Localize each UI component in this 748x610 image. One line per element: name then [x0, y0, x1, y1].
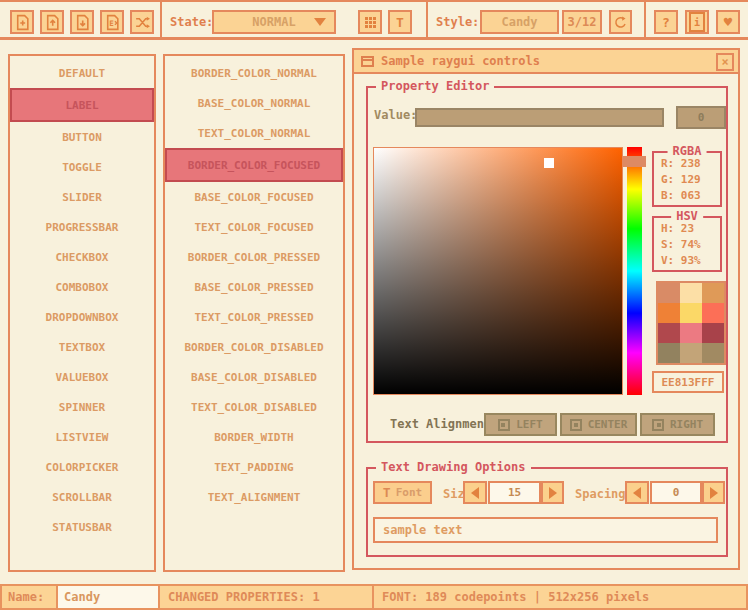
- palette-swatch[interactable]: [680, 283, 702, 303]
- list-item[interactable]: SPINNER: [10, 392, 154, 422]
- align-center-toggle[interactable]: CENTER: [560, 413, 637, 436]
- palette-swatch[interactable]: [658, 323, 680, 343]
- spacing-increment-button[interactable]: [702, 481, 725, 504]
- value-box-text: 0: [698, 111, 705, 124]
- palette-swatch[interactable]: [680, 343, 702, 363]
- list-item[interactable]: TEXTBOX: [10, 332, 154, 362]
- list-item[interactable]: SCROLLBAR: [10, 482, 154, 512]
- spacing-decrement-button[interactable]: [625, 481, 649, 504]
- align-right-label: RIGHT: [670, 418, 703, 431]
- value-box[interactable]: 0: [676, 106, 726, 129]
- reload-icon: [613, 15, 628, 30]
- list-item[interactable]: TEXT_COLOR_DISABLED: [165, 392, 343, 422]
- color-picker-panel[interactable]: [373, 147, 623, 395]
- list-item[interactable]: BORDER_WIDTH: [165, 422, 343, 452]
- palette-swatch[interactable]: [702, 303, 724, 323]
- list-item[interactable]: BASE_COLOR_PRESSED: [165, 272, 343, 302]
- align-right-toggle[interactable]: RIGHT: [640, 413, 715, 436]
- list-item[interactable]: SLIDER: [10, 182, 154, 212]
- random-style-button[interactable]: [130, 10, 154, 34]
- palette-swatch[interactable]: [702, 323, 724, 343]
- list-item[interactable]: COMBOBOX: [10, 272, 154, 302]
- rgba-r-value: R: 238: [654, 156, 720, 172]
- size-value-box[interactable]: 15: [488, 481, 541, 504]
- table-view-button[interactable]: [358, 10, 382, 34]
- window-close-button[interactable]: ×: [716, 53, 734, 71]
- hue-bar-knob[interactable]: [623, 156, 646, 167]
- state-label: State:: [170, 15, 213, 29]
- list-item[interactable]: BASE_COLOR_NORMAL: [165, 88, 343, 118]
- style-name-input[interactable]: Candy: [56, 584, 160, 610]
- list-item[interactable]: TEXT_COLOR_NORMAL: [165, 118, 343, 148]
- list-item[interactable]: BASE_COLOR_FOCUSED: [165, 182, 343, 212]
- list-item[interactable]: LISTVIEW: [10, 422, 154, 452]
- palette-swatch[interactable]: [658, 343, 680, 363]
- align-left-icon: [498, 419, 510, 431]
- list-item[interactable]: BORDER_COLOR_NORMAL: [165, 58, 343, 88]
- list-item[interactable]: LABEL: [10, 88, 154, 122]
- list-item[interactable]: COLORPICKER: [10, 452, 154, 482]
- list-item[interactable]: DEFAULT: [10, 58, 154, 88]
- style-name-value: Candy: [501, 15, 537, 29]
- new-style-button[interactable]: [10, 10, 34, 34]
- palette-swatch[interactable]: [680, 303, 702, 323]
- shuffle-icon: [134, 14, 151, 31]
- sponsor-button[interactable]: ♥: [716, 10, 740, 34]
- list-item[interactable]: DROPDOWNBOX: [10, 302, 154, 332]
- sample-text-box[interactable]: sample text: [373, 517, 718, 543]
- sample-controls-window: Sample raygui controls × Property Editor…: [352, 48, 740, 570]
- color-palette: [656, 281, 726, 365]
- list-item[interactable]: TEXT_PADDING: [165, 452, 343, 482]
- list-item[interactable]: TEXT_ALIGNMENT: [165, 482, 343, 512]
- sample-text: sample text: [383, 523, 462, 537]
- export-style-button[interactable]: E: [100, 10, 124, 34]
- list-item[interactable]: STATUSBAR: [10, 512, 154, 542]
- load-style-button[interactable]: [40, 10, 64, 34]
- statusbar-font-section: FONT: 189 codepoints | 512x256 pixels: [372, 584, 748, 610]
- save-style-button[interactable]: [70, 10, 94, 34]
- align-left-toggle[interactable]: LEFT: [484, 413, 557, 436]
- list-item[interactable]: BORDER_COLOR_PRESSED: [165, 242, 343, 272]
- window-titlebar[interactable]: Sample raygui controls: [354, 50, 738, 74]
- list-item[interactable]: PROGRESSBAR: [10, 212, 154, 242]
- hsv-group: HSV H: 23 S: 74% V: 93%: [652, 216, 722, 272]
- list-item[interactable]: TEXT_COLOR_PRESSED: [165, 302, 343, 332]
- file-export-icon: E: [104, 14, 121, 31]
- list-item[interactable]: TEXT_COLOR_FOCUSED: [165, 212, 343, 242]
- value-slider[interactable]: [415, 108, 664, 127]
- size-decrement-button[interactable]: [463, 481, 487, 504]
- style-name-button[interactable]: Candy: [480, 10, 559, 34]
- help-button[interactable]: ?: [654, 10, 678, 34]
- name-label: Name:: [8, 590, 44, 604]
- spacing-value-box[interactable]: 0: [650, 481, 702, 504]
- palette-swatch[interactable]: [658, 283, 680, 303]
- palette-swatch[interactable]: [702, 283, 724, 303]
- hue-bar[interactable]: [627, 147, 642, 395]
- size-increment-button[interactable]: [541, 481, 564, 504]
- font-info-text: FONT: 189 codepoints | 512x256 pixels: [382, 590, 649, 604]
- list-item[interactable]: BORDER_COLOR_DISABLED: [165, 332, 343, 362]
- palette-swatch[interactable]: [658, 303, 680, 323]
- reload-style-button[interactable]: [609, 10, 632, 34]
- file-plus-icon: [14, 14, 31, 31]
- text-icon: T: [396, 15, 404, 30]
- question-icon: ?: [662, 15, 670, 30]
- property-editor-title: Property Editor: [376, 79, 494, 93]
- statusbar-changed-section: CHANGED PROPERTIES: 1: [158, 584, 374, 610]
- palette-swatch[interactable]: [680, 323, 702, 343]
- chevron-left-icon: [633, 487, 641, 499]
- list-item[interactable]: BUTTON: [10, 122, 154, 152]
- font-view-button[interactable]: T: [388, 10, 412, 34]
- hex-color-textbox[interactable]: EE813FFF: [652, 371, 724, 393]
- color-picker-cursor[interactable]: [544, 158, 554, 168]
- palette-swatch[interactable]: [702, 343, 724, 363]
- list-item[interactable]: VALUEBOX: [10, 362, 154, 392]
- list-item[interactable]: BORDER_COLOR_FOCUSED: [165, 148, 343, 182]
- list-item[interactable]: CHECKBOX: [10, 242, 154, 272]
- about-button[interactable]: i: [685, 10, 709, 34]
- statusbar-name-section: Name:: [0, 584, 58, 610]
- font-button[interactable]: T Font: [373, 481, 432, 504]
- state-dropdown[interactable]: NORMAL: [212, 10, 336, 34]
- list-item[interactable]: TOGGLE: [10, 152, 154, 182]
- list-item[interactable]: BASE_COLOR_DISABLED: [165, 362, 343, 392]
